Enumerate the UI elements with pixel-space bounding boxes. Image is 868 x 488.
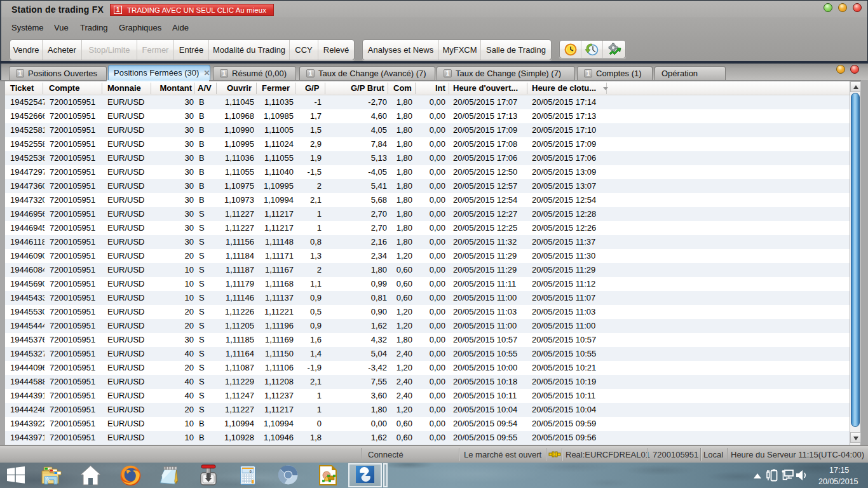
svg-text:0: 0 (249, 470, 252, 474)
